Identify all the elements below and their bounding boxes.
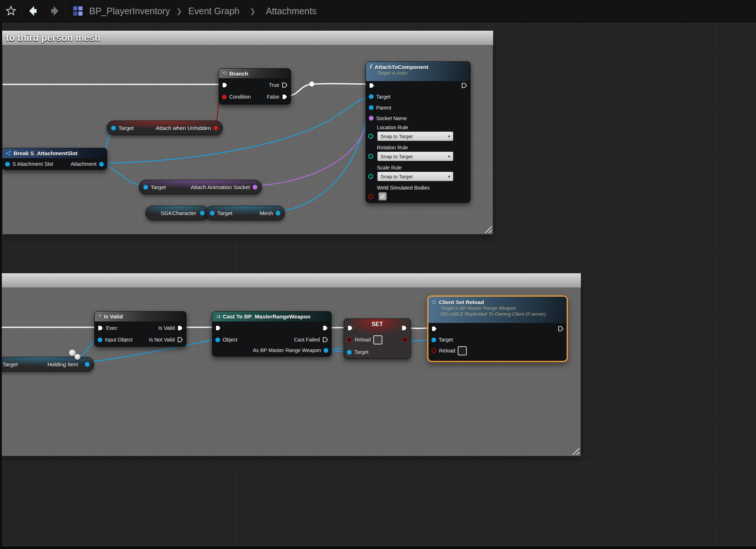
pin-label: True	[269, 82, 279, 88]
node-get-attach-animation-socket[interactable]: Target Attach Animation Socket	[139, 180, 262, 194]
pin-label: S Attachment Slot	[12, 161, 53, 167]
object-out-pin[interactable]	[200, 211, 205, 216]
node-get-attach-when-unhidden[interactable]: Target Attach when Unhidden	[107, 121, 223, 135]
pin-label: Input Object	[105, 337, 133, 343]
reload-in-pin[interactable]	[347, 337, 352, 342]
breadcrumb-blueprint[interactable]: BP_PlayerInventory	[89, 6, 170, 16]
node-break-attachment-slot[interactable]: Break S_AttachmentSlot S Attachment Slot…	[2, 148, 107, 170]
scale-rule-dropdown[interactable]: Snap to Target▾	[377, 172, 453, 181]
condition-pin[interactable]	[222, 95, 227, 99]
bottom-panel-edge	[0, 546, 756, 549]
node-set-reload[interactable]: SET Reload Target	[344, 319, 411, 359]
pin-label: Target	[354, 349, 368, 355]
pin-label: Target	[151, 184, 166, 190]
node-get-sgk-character[interactable]: SGKCharacter	[145, 206, 209, 220]
exec-true-pin[interactable]	[282, 82, 288, 88]
pin-label: Exec	[106, 325, 117, 331]
rotation-rule-dropdown[interactable]: Snap to Target▾	[377, 152, 453, 161]
pin-label: Object	[223, 337, 237, 343]
target-pin[interactable]	[143, 185, 148, 190]
exec-out-pin[interactable]	[401, 325, 407, 331]
exec-in-pin[interactable]	[369, 83, 375, 88]
pin-label: Target	[118, 125, 134, 131]
exec-in-pin[interactable]	[215, 325, 221, 331]
input-object-pin[interactable]	[98, 338, 102, 342]
weld-checkbox[interactable]: ✓	[378, 192, 387, 201]
pin-label: Target	[376, 94, 390, 100]
pin-label: Condition	[229, 94, 251, 100]
pin-label: Target	[217, 210, 233, 216]
exec-out-pin[interactable]	[558, 326, 564, 332]
object-out-pin[interactable]	[276, 211, 280, 216]
node-subtitle: Target is Actor	[377, 70, 408, 76]
node-is-valid[interactable]: ? Is Valid Exec Is Valid Input Object Is…	[94, 311, 186, 347]
exec-in-pin[interactable]	[222, 82, 228, 88]
bool-out-pin[interactable]	[213, 126, 218, 130]
exec-in-pin[interactable]	[347, 325, 353, 331]
target-pin[interactable]	[431, 338, 436, 342]
cast-icon: ⇉	[216, 313, 220, 320]
exec-isnotvalid-pin[interactable]	[177, 337, 183, 343]
exec-isvalid-pin[interactable]	[177, 325, 183, 331]
node-cast-to-bp-masterrangeweapon[interactable]: ⇉ Cast To BP_MasterRangeWeapon Object Ca…	[212, 311, 332, 357]
name-out-pin[interactable]	[253, 185, 257, 190]
pin-label: SGKCharacter	[160, 210, 196, 216]
pin-label: Holding Item	[48, 361, 78, 367]
node-get-mesh[interactable]: Target Mesh	[205, 206, 285, 220]
toolbar-separator	[21, 3, 22, 19]
parent-pin[interactable]	[369, 105, 374, 110]
node-title: Branch	[230, 70, 249, 77]
pin-label: As BP Master Range Weapon	[253, 347, 321, 353]
pin-label: Mesh	[260, 210, 273, 216]
object-out-pin[interactable]	[85, 362, 90, 367]
pin-label: False	[267, 94, 279, 100]
pin-label: Parent	[376, 105, 391, 111]
branch-icon: ⟲	[222, 70, 227, 77]
node-get-holding-item[interactable]: Target Holding Item	[0, 357, 94, 371]
function-icon: f	[369, 64, 371, 70]
forward-arrow-button[interactable]	[47, 4, 62, 18]
exec-in-pin[interactable]	[98, 325, 103, 331]
struct-in-pin[interactable]	[5, 162, 10, 167]
blueprint-graph-canvas: to third person mesh ⟲ Branch	[0, 0, 756, 549]
left-panel-edge	[0, 22, 2, 549]
favorite-star-icon[interactable]	[5, 5, 17, 17]
target-pin[interactable]	[210, 211, 215, 216]
node-branch[interactable]: ⟲ Branch True Condition False	[219, 68, 291, 104]
wire-bubble	[75, 354, 80, 360]
exec-out-pin[interactable]	[461, 83, 467, 88]
location-rule-dropdown[interactable]: Snap to Target▾	[377, 131, 453, 141]
scale-rule-pin[interactable]	[368, 174, 373, 179]
pin-label: Scale Rule	[377, 165, 470, 171]
pin-label: Attachment	[71, 161, 97, 167]
reroute-node[interactable]	[309, 81, 314, 87]
node-title: Is Valid	[104, 313, 123, 320]
as-bp-master-range-weapon-pin[interactable]	[324, 348, 328, 353]
exec-castfailed-pin[interactable]	[322, 337, 328, 343]
breadcrumb-event-graph[interactable]: Event Graph	[188, 6, 239, 16]
back-arrow-button[interactable]	[26, 4, 41, 18]
wire-mesh-to-parent[interactable]	[269, 108, 369, 213]
weld-pin[interactable]	[368, 194, 373, 199]
location-rule-pin[interactable]	[368, 134, 373, 139]
wire-socket-to-socketname[interactable]	[245, 118, 369, 187]
object-pin[interactable]	[215, 338, 220, 342]
rotation-rule-pin[interactable]	[368, 154, 373, 159]
reload-pin[interactable]	[431, 348, 436, 353]
wire-branch-false-to-attach[interactable]	[288, 84, 367, 96]
reload-checkbox[interactable]	[373, 335, 382, 344]
target-pin[interactable]	[111, 126, 116, 130]
target-pin[interactable]	[369, 94, 374, 99]
reload-out-pin[interactable]	[402, 337, 408, 342]
node-attach-to-component[interactable]: f AttachToComponent Target is Actor Targ…	[366, 61, 470, 203]
node-client-set-reload[interactable]: ◇ Client Set Reload Target is BP Master …	[427, 296, 568, 362]
exec-out-pin[interactable]	[322, 325, 328, 331]
reload-checkbox[interactable]	[458, 346, 467, 355]
graph-toolbar: BP_PlayerInventory ❯ Event Graph ❯ Attac…	[0, 0, 756, 22]
breadcrumb-attachments[interactable]: Attachments	[266, 6, 317, 16]
exec-false-pin[interactable]	[282, 94, 288, 100]
target-pin[interactable]	[347, 350, 352, 355]
exec-in-pin[interactable]	[431, 326, 437, 332]
socket-name-pin[interactable]	[369, 116, 374, 121]
attachment-out-pin[interactable]	[99, 162, 104, 167]
